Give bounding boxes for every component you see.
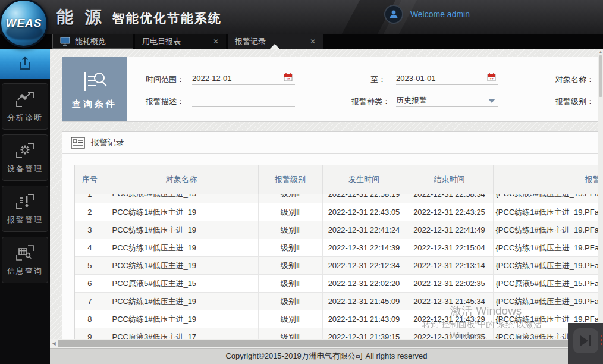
alarm-type-label: 报警种类： [336,96,390,107]
table-cell: PCC原液5#低压主进_15 [105,194,258,203]
table-row[interactable]: 5PCC纺练1#低压主进_19级别Ⅱ2022-12-31 22:12:34202… [75,257,603,275]
app-header: 能 源 智能优化节能系统 Welcome admin [0,0,603,34]
table-row[interactable]: 8PCC纺练1#低压主进_19级别Ⅱ2022-12-31 21:43:09202… [75,310,603,328]
sidebar-item-info-query[interactable]: 信息查询 [2,237,48,283]
column-header: 报警级别 [258,165,322,194]
table-cell: PCC纺练1#低压主进_19 [105,257,258,275]
table-row[interactable]: 2PCC纺练1#低压主进_19级别Ⅱ2022-12-31 22:43:05202… [75,203,603,221]
tab-label: 报警记录 [235,36,266,47]
alarm-table-head: 序号 对象名称 报警级别 发生时间 结束时间 报警条件 [75,165,603,194]
user-menu[interactable]: Welcome admin [384,5,470,24]
tab-energy-overview[interactable]: 能耗概览 [52,34,133,49]
alarm-desc-input[interactable] [192,95,295,107]
table-cell: {PCC原液5#低压主进_15.PFav}<0.9 [493,275,603,293]
horizontal-scrollbar[interactable]: ◀ [50,339,603,348]
copyright-text: Copyright©2015-2019万洲电气有限公司 All rights r… [225,351,427,362]
table-body-viewport: 1PCC原液5#低压主进_15级别Ⅱ2022-12-31 22:58:19202… [75,194,603,340]
table-row[interactable]: 1PCC原液5#低压主进_15级别Ⅱ2022-12-31 22:58:19202… [75,194,603,203]
tab-daily-power-report[interactable]: 用电日报表 ✕ [135,34,226,49]
table-cell: {PCC纺练1#低压主进_19.PFav}<0.9 [493,221,603,239]
table-cell: 级别Ⅱ [258,275,322,293]
table-cell: PCC原液3#低压主进_17 [105,328,258,340]
table-cell: 级别Ⅱ [258,239,322,257]
user-avatar-icon[interactable] [384,5,403,24]
table-row[interactable]: 3PCC纺练1#低压主进_19级别Ⅱ2022-12-31 22:41:24202… [75,221,603,239]
alarm-type-select[interactable]: 历史报警 [396,95,498,107]
sidebar-item-label: 信息查询 [7,266,43,277]
table-cell: 5 [75,257,105,275]
table-cell: PCC纺练1#低压主进_19 [105,221,258,239]
alarm-manage-icon [15,193,35,211]
close-icon[interactable]: ✕ [294,37,316,46]
table-row[interactable]: 4PCC纺练1#低压主进_19级别Ⅱ2022-12-31 22:14:39202… [75,239,603,257]
records-list-icon [71,137,85,149]
mini-player-overlay [568,323,603,364]
table-cell: 2022-12-31 22:41:24 [322,221,406,239]
tab-label: 用电日报表 [142,36,181,47]
table-cell: 2 [75,203,105,221]
vertical-scrollbar-thumb[interactable] [599,55,602,97]
overlay-indicator-dots [601,335,602,345]
table-cell: 级别Ⅱ [258,203,322,221]
app-title-secondary: 智能优化节能系统 [112,10,222,27]
vertical-scrollbar[interactable]: ▲ [598,49,603,339]
sidebar-item-alarms[interactable]: 报警管理 [2,186,48,232]
table-cell: 6 [75,275,105,293]
sidebar-item-label: 报警管理 [7,215,43,225]
app-title-primary: 能 源 [56,6,105,29]
calendar-icon[interactable]: 17 [284,73,293,81]
table-cell: 2022-12-31 21:39:35 [406,328,493,340]
to-label: 至： [354,74,386,85]
sidebar-item-analysis[interactable]: 分析诊断 [2,83,48,130]
column-header: 报警条件 [493,165,603,194]
column-header: 结束时间 [406,165,493,194]
monitor-icon [60,37,70,46]
query-conditions-box: 查询条件 [62,57,127,121]
table-cell: PCC纺练1#低压主进_19 [105,203,258,221]
horizontal-scrollbar-thumb[interactable] [58,340,599,347]
gear-icon [15,142,35,159]
table-cell: 级别Ⅱ [258,293,322,310]
sidebar-item-devices[interactable]: 设备管理 [2,134,48,181]
table-cell: 2022-12-31 21:39:15 [322,328,406,340]
scroll-up-arrow-icon[interactable]: ▲ [598,49,603,55]
chevron-down-icon[interactable] [488,99,495,103]
table-cell: PCC纺练1#低压主进_19 [105,239,258,257]
footer: Copyright©2015-2019万洲电气有限公司 All rights r… [50,348,603,364]
tab-label: 能耗概览 [75,36,106,47]
sidebar-item-home[interactable] [0,49,50,79]
table-cell: {PCC纺练1#低压主进_19.PFav}<0.9 [493,203,603,221]
table-cell: PCC原液5#低压主进_15 [105,275,258,293]
table-row[interactable]: 9PCC原液3#低压主进_17级别Ⅱ2022-12-31 21:39:15202… [75,328,603,340]
skip-next-icon[interactable] [573,328,598,353]
weas-logo-text: WEAS [6,17,42,30]
table-cell: 2022-12-31 21:43:09 [322,310,406,328]
table-cell: PCC纺练1#低压主进_19 [105,293,258,310]
table-row[interactable]: 7PCC纺练1#低压主进_19级别Ⅱ2022-12-31 21:45:09202… [75,293,603,310]
column-header: 对象名称 [105,165,258,194]
table-cell: 2022-12-31 21:45:09 [322,293,406,310]
table-cell: 1 [75,194,105,203]
table-cell: {PCC纺练1#低压主进_19.PFav}<0.9 [493,293,603,310]
info-search-icon [15,244,35,262]
time-range-input[interactable]: 2022-12-01 [192,73,295,85]
welcome-text: Welcome admin [410,10,470,19]
to-date-input[interactable]: 2023-01-01 [396,73,498,85]
table-cell: 2022-12-31 22:43:05 [322,203,406,221]
table-cell: 级别Ⅱ [258,221,322,239]
table-cell: PCC纺练1#低压主进_19 [105,310,258,328]
sidebar: 分析诊断 设备管理 报警管理 信息查询 [0,49,50,364]
alarm-desc-label: 报警描述： [146,96,184,107]
close-icon[interactable]: ✕ [197,37,219,46]
table-cell: 2022-12-31 22:02:20 [322,275,406,293]
table-cell: 4 [75,239,105,257]
time-range-label: 时间范围： [146,74,184,85]
table-row[interactable]: 6PCC原液5#低压主进_15级别Ⅱ2022-12-31 22:02:20202… [75,275,603,293]
table-cell: 级别Ⅱ [258,257,322,275]
scroll-left-arrow-icon[interactable]: ◀ [50,339,58,348]
table-cell: 2022-12-31 22:43:25 [406,203,493,221]
calendar-icon[interactable]: 17 [487,73,496,81]
table-cell: 2022-12-31 22:13:14 [406,257,493,275]
sidebar-item-label: 分析诊断 [7,112,43,123]
sidebar-item-label: 设备管理 [7,164,43,174]
